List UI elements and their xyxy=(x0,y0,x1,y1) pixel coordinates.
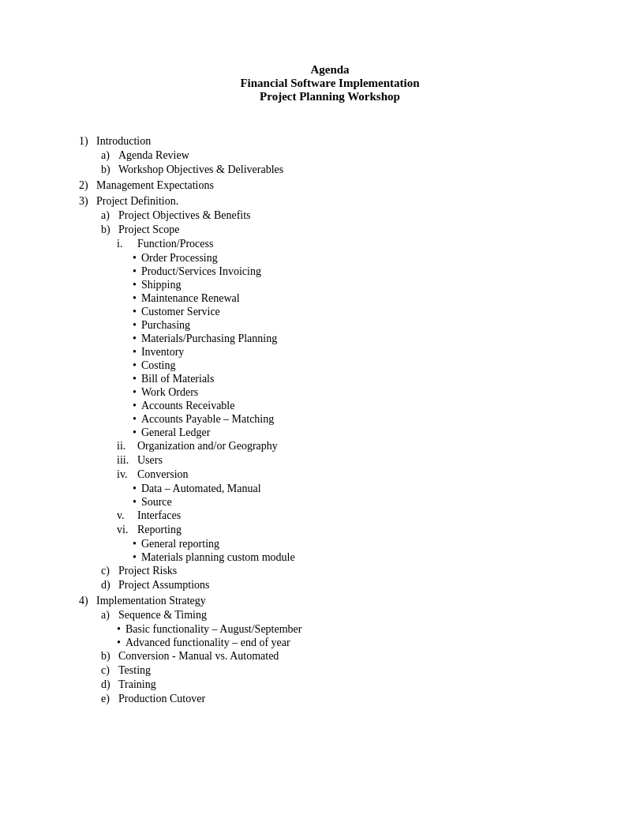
bullet-item: •General Ledger xyxy=(133,426,581,439)
item-alpha: a) xyxy=(101,609,118,622)
outline-item-level2: a)Sequence & Timing•Basic functionality … xyxy=(101,609,581,649)
item-row-alpha: c)Project Risks xyxy=(101,565,581,577)
document-header: Agenda Financial Software Implementation… xyxy=(79,63,581,103)
bullet-label: Accounts Receivable xyxy=(141,400,235,412)
header-line2: Financial Software Implementation xyxy=(79,77,581,90)
bullet-item: •Source xyxy=(133,496,581,509)
bullet-list: •General reporting•Materials planning cu… xyxy=(133,538,581,564)
bullet-item: •Order Processing xyxy=(133,252,581,265)
item-row-roman: iv.Conversion xyxy=(117,468,581,481)
item-row-alpha: d)Training xyxy=(101,678,581,691)
bullet-label: Accounts Payable – Matching xyxy=(141,413,274,426)
bullet-item: •Data – Automated, Manual xyxy=(133,483,581,495)
item-row-roman: ii.Organization and/or Geography xyxy=(117,440,581,453)
bullet-list: •Basic functionality – August/September•… xyxy=(117,623,581,649)
item-alpha: d) xyxy=(101,678,118,691)
bullet-label: Customer Service xyxy=(141,306,220,318)
outline-item-level1: 3)Project Definition.a)Project Objective… xyxy=(79,195,581,592)
level2-list: a)Project Objectives & Benefitsb)Project… xyxy=(101,209,581,592)
item-roman: ii. xyxy=(117,440,137,453)
item-row-alpha: a)Project Objectives & Benefits xyxy=(101,209,581,222)
item-row: 3)Project Definition. xyxy=(79,195,581,208)
item-alpha: e) xyxy=(101,693,118,705)
item-label: Production Cutover xyxy=(118,693,205,705)
outline-item-level2: c)Testing xyxy=(101,664,581,677)
item-label: Project Risks xyxy=(118,565,177,577)
bullet-item: •Basic functionality – August/September xyxy=(117,623,581,636)
bullet-item: •Work Orders xyxy=(133,386,581,399)
header-line3: Project Planning Workshop xyxy=(79,90,581,103)
item-label: Conversion xyxy=(137,468,189,481)
bullet-label: General Ledger xyxy=(141,426,210,439)
item-alpha: b) xyxy=(101,224,118,236)
bullet-label: Advanced functionality – end of year xyxy=(125,637,290,649)
bullet-label: Product/Services Invoicing xyxy=(141,265,261,278)
item-number: 2) xyxy=(79,179,96,192)
item-alpha: b) xyxy=(101,163,118,176)
bullet-label: Data – Automated, Manual xyxy=(141,483,261,495)
item-label: Workshop Objectives & Deliverables xyxy=(118,163,283,176)
item-row-roman: vi.Reporting xyxy=(117,524,581,536)
bullet-item: •Bill of Materials xyxy=(133,373,581,385)
item-label: Reporting xyxy=(137,524,182,536)
item-number: 1) xyxy=(79,135,96,148)
item-label: Project Scope xyxy=(118,224,179,236)
outline-item-level3: v.Interfaces xyxy=(117,509,581,522)
item-label: Project Definition. xyxy=(96,195,178,208)
bullet-icon: • xyxy=(133,426,137,439)
bullet-label: Bill of Materials xyxy=(141,373,215,385)
item-row-alpha: a)Sequence & Timing xyxy=(101,609,581,622)
level2-list: a)Sequence & Timing•Basic functionality … xyxy=(101,609,581,705)
item-label: Introduction xyxy=(96,135,151,148)
item-label: Implementation Strategy xyxy=(96,595,206,607)
item-number: 3) xyxy=(79,195,96,208)
item-label: Agenda Review xyxy=(118,149,189,162)
bullet-label: Order Processing xyxy=(141,252,218,265)
outline-item-level1: 1)Introductiona)Agenda Reviewb)Workshop … xyxy=(79,135,581,176)
item-label: Project Assumptions xyxy=(118,579,210,592)
bullet-item: •Product/Services Invoicing xyxy=(133,265,581,278)
bullet-item: •General reporting xyxy=(133,538,581,550)
item-roman: iv. xyxy=(117,468,137,481)
bullet-icon: • xyxy=(133,373,137,385)
item-alpha: c) xyxy=(101,664,118,677)
bullet-item: •Accounts Payable – Matching xyxy=(133,413,581,426)
item-row-alpha: c)Testing xyxy=(101,664,581,677)
bullet-icon: • xyxy=(133,306,137,318)
outline-item-level3: iii.Users xyxy=(117,454,581,467)
item-alpha: a) xyxy=(101,209,118,222)
bullet-label: Costing xyxy=(141,359,176,372)
outline-item-level2: b)Workshop Objectives & Deliverables xyxy=(101,163,581,176)
bullet-icon: • xyxy=(133,413,137,426)
bullet-item: •Costing xyxy=(133,359,581,372)
bullet-label: Source xyxy=(141,496,172,509)
outline-item-level2: d)Training xyxy=(101,678,581,691)
outline-item-level3: i.Function/Process•Order Processing•Prod… xyxy=(117,238,581,439)
bullet-label: Inventory xyxy=(141,346,184,359)
outline-item-level2: e)Production Cutover xyxy=(101,693,581,705)
outline-item-level1: 2)Management Expectations xyxy=(79,179,581,192)
item-alpha: c) xyxy=(101,565,118,577)
outline-item-level1: 4)Implementation Strategya)Sequence & Ti… xyxy=(79,595,581,705)
bullet-label: Purchasing xyxy=(141,319,190,332)
bullet-list: •Data – Automated, Manual•Source xyxy=(133,483,581,509)
item-roman: v. xyxy=(117,509,137,522)
outline-item-level3: iv.Conversion•Data – Automated, Manual•S… xyxy=(117,468,581,509)
item-row-alpha: b)Conversion - Manual vs. Automated xyxy=(101,650,581,663)
item-row-roman: v.Interfaces xyxy=(117,509,581,522)
item-row-alpha: b)Project Scope xyxy=(101,224,581,236)
item-row: 1)Introduction xyxy=(79,135,581,148)
item-row-alpha: b)Workshop Objectives & Deliverables xyxy=(101,163,581,176)
bullet-icon: • xyxy=(133,400,137,412)
outline-item-level3: vi.Reporting•General reporting•Materials… xyxy=(117,524,581,564)
outline-item-level2: a)Project Objectives & Benefits xyxy=(101,209,581,222)
bullet-item: •Materials planning custom module xyxy=(133,551,581,564)
bullet-icon: • xyxy=(133,332,137,345)
bullet-item: •Customer Service xyxy=(133,306,581,318)
item-row-alpha: d)Project Assumptions xyxy=(101,579,581,592)
item-label: Testing xyxy=(118,664,151,677)
item-row-roman: iii.Users xyxy=(117,454,581,467)
outline-item-level2: d)Project Assumptions xyxy=(101,579,581,592)
bullet-icon: • xyxy=(133,292,137,305)
outline-item-level2: a)Agenda Review xyxy=(101,149,581,162)
